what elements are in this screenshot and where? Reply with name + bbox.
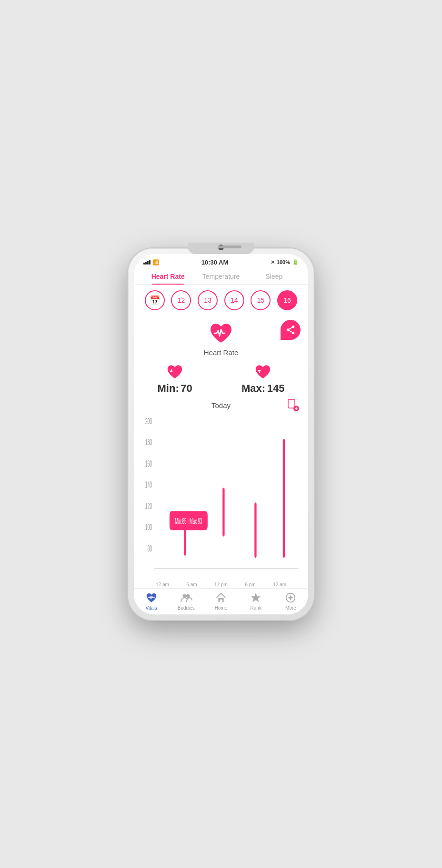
svg-rect-25 <box>220 599 222 602</box>
export-button[interactable] <box>286 398 300 412</box>
svg-point-22 <box>182 594 186 597</box>
nav-vitals[interactable]: Vitals <box>134 592 169 611</box>
svg-rect-20 <box>254 502 256 558</box>
heart-rate-icon <box>208 320 234 347</box>
battery-icon: 🔋 <box>292 259 299 266</box>
nav-rank[interactable]: Rank <box>239 592 273 611</box>
svg-text:140: 140 <box>145 480 152 489</box>
svg-point-2 <box>292 331 295 334</box>
vitals-icon <box>145 592 158 604</box>
x-label-3: 6 pm <box>245 582 255 587</box>
date-14[interactable]: 14 <box>224 290 244 310</box>
date-12[interactable]: 12 <box>171 290 191 310</box>
svg-text:Min:85 | Max 93: Min:85 | Max 93 <box>175 516 202 525</box>
tab-temperature[interactable]: Temperature <box>194 268 247 284</box>
svg-text:120: 120 <box>145 501 152 511</box>
max-item: Max: 145 <box>241 363 284 395</box>
tab-bar: Heart Rate Temperature Sleep <box>134 268 308 285</box>
max-heart-icon <box>253 363 272 380</box>
bottom-nav: Vitals Buddies Home <box>134 588 308 614</box>
svg-rect-21 <box>283 439 285 557</box>
minmax-divider <box>217 367 217 391</box>
x-label-4: 12 am <box>273 582 286 587</box>
battery-percent: 100% <box>277 259 290 265</box>
phone-frame: 📶 10:30 AM ⨯ 100% 🔋 Heart Rate Temperatu… <box>128 248 314 620</box>
svg-point-1 <box>287 328 290 331</box>
svg-text:180: 180 <box>145 437 152 447</box>
max-value: Max: 145 <box>241 382 284 395</box>
x-label-0: 12 am <box>156 582 169 587</box>
status-left: 📶 <box>143 259 159 266</box>
svg-point-23 <box>186 594 190 597</box>
wifi-icon: 📶 <box>152 259 159 266</box>
svg-marker-26 <box>251 592 261 602</box>
svg-text:160: 160 <box>145 459 152 468</box>
date-15[interactable]: 15 <box>251 290 271 310</box>
svg-point-0 <box>292 325 295 328</box>
nav-vitals-label: Vitals <box>145 605 157 611</box>
nav-more-label: More <box>285 605 296 611</box>
chart-svg: 200 180 160 140 120 100 80 Min:85 | Max … <box>139 411 303 581</box>
status-time: 10:30 AM <box>201 259 229 266</box>
nav-rank-label: Rank <box>251 605 261 611</box>
share-icon <box>285 325 296 335</box>
svg-rect-5 <box>288 399 295 408</box>
status-bar: 📶 10:30 AM ⨯ 100% 🔋 <box>134 254 308 268</box>
min-value: Min: 70 <box>158 382 192 395</box>
nav-buddies-label: Buddies <box>178 605 195 611</box>
nav-more[interactable]: More <box>273 592 308 611</box>
home-icon <box>215 592 227 604</box>
signal-bars <box>143 260 151 265</box>
tab-heart-rate[interactable]: Heart Rate <box>141 268 194 284</box>
date-16[interactable]: 16 <box>277 290 297 310</box>
heart-rate-header: Heart Rate <box>134 316 308 358</box>
svg-rect-19 <box>222 488 224 536</box>
svg-rect-16 <box>184 526 186 555</box>
x-label-2: 12 pm <box>214 582 228 587</box>
nav-home[interactable]: Home <box>203 592 238 611</box>
signal-bar-1 <box>143 263 145 265</box>
nav-home-label: Home <box>215 605 228 611</box>
status-right: ⨯ 100% 🔋 <box>271 259 299 266</box>
chart-wrapper: 200 180 160 140 120 100 80 Min:85 | Max … <box>139 411 303 581</box>
chart-title: Today <box>211 401 231 409</box>
date-selector: 📅 12 13 14 15 16 <box>134 285 308 316</box>
chart-section: Today 200 180 160 140 12 <box>134 399 308 588</box>
tab-sleep[interactable]: Sleep <box>248 268 301 284</box>
date-13[interactable]: 13 <box>198 290 218 310</box>
chart-x-labels: 12 am 6 am 12 pm 6 pm 12 am <box>139 581 303 588</box>
buddies-icon <box>180 592 192 604</box>
x-label-1: 6 am <box>186 582 197 587</box>
signal-bar-3 <box>147 261 149 265</box>
chart-title-row: Today <box>139 399 303 411</box>
min-heart-icon <box>165 363 184 380</box>
nav-buddies[interactable]: Buddies <box>169 592 203 611</box>
signal-bar-4 <box>149 260 151 265</box>
rank-icon <box>250 592 262 604</box>
speaker <box>218 245 241 248</box>
minmax-row: Min: 70 Max: 145 <box>134 358 308 399</box>
calendar-button[interactable]: 📅 <box>145 290 165 310</box>
svg-text:80: 80 <box>147 543 152 553</box>
svg-text:200: 200 <box>145 416 152 426</box>
heart-rate-label: Heart Rate <box>204 348 239 357</box>
heart-rate-icon-wrap: Heart Rate <box>204 320 239 357</box>
share-button[interactable] <box>281 320 301 340</box>
phone-screen: 📶 10:30 AM ⨯ 100% 🔋 Heart Rate Temperatu… <box>134 254 308 614</box>
min-item: Min: 70 <box>158 363 192 395</box>
bluetooth-icon: ⨯ <box>271 259 275 266</box>
svg-line-4 <box>289 327 292 329</box>
signal-bar-2 <box>145 262 147 265</box>
more-icon <box>284 592 297 604</box>
svg-text:100: 100 <box>145 522 152 531</box>
svg-line-3 <box>289 330 292 332</box>
